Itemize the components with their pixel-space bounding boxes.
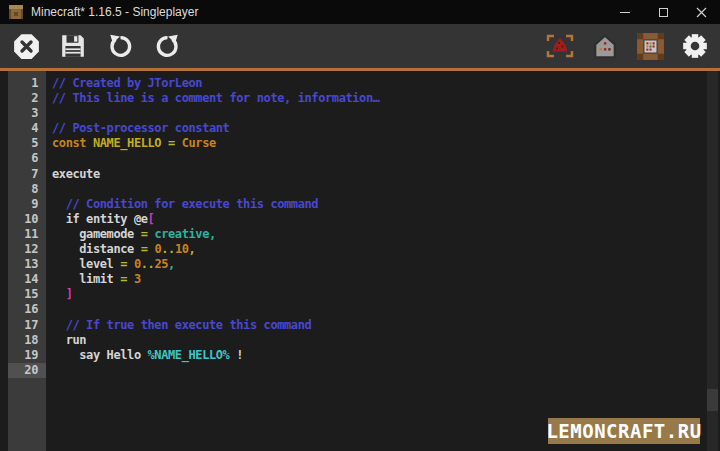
home-icon: [592, 33, 618, 60]
code-token: =: [168, 136, 182, 150]
code-line[interactable]: 6: [8, 151, 706, 166]
code-line-content[interactable]: [46, 363, 706, 378]
code-token: if entity @e: [52, 212, 148, 226]
line-number: 8: [8, 182, 46, 197]
line-number: 18: [8, 333, 46, 348]
code-line-content[interactable]: level = 0..25,: [46, 257, 706, 272]
code-line[interactable]: 3: [8, 106, 706, 121]
code-line[interactable]: 15 ]: [8, 287, 706, 302]
code-line[interactable]: 16: [8, 302, 706, 317]
line-number: 17: [8, 318, 46, 333]
code-token: // If true then execute this command: [52, 318, 311, 332]
code-token: NAME_HELLO: [93, 136, 168, 150]
code-line-content[interactable]: const NAME_HELLO = Curse: [46, 136, 706, 151]
code-line[interactable]: 9 // Condition for execute this command: [8, 197, 706, 212]
line-number: 12: [8, 242, 46, 257]
code-lines: 1// Created by JTorLeon2// This line is …: [8, 76, 706, 378]
save-icon: [60, 33, 86, 59]
code-token: %NAME_HELLO%: [148, 348, 230, 362]
code-token: limit: [52, 272, 120, 286]
window-controls: [606, 0, 720, 24]
minimize-icon: [620, 12, 630, 13]
code-line[interactable]: 14 limit = 3: [8, 272, 706, 287]
window-title: Minecraft* 1.16.5 - Singleplayer: [31, 5, 198, 19]
stop-button[interactable]: [11, 31, 41, 61]
settings-button[interactable]: [680, 31, 710, 61]
code-line-content[interactable]: // Created by JTorLeon: [46, 76, 706, 91]
code-line[interactable]: 19 say Hello %NAME_HELLO% !: [8, 348, 706, 363]
code-token: =: [141, 242, 155, 256]
code-token: 3: [134, 272, 141, 286]
stop-icon: [13, 33, 40, 60]
code-token: !: [229, 348, 243, 362]
line-number: 9: [8, 197, 46, 212]
redstone-capture-icon: [545, 32, 575, 60]
crafting-frame-icon: [636, 32, 665, 61]
code-line[interactable]: 8: [8, 182, 706, 197]
code-line[interactable]: 11 gamemode = creative,: [8, 227, 706, 242]
code-token: distance: [52, 242, 141, 256]
close-button[interactable]: [682, 0, 720, 24]
code-token: // Condition for execute this command: [52, 197, 318, 211]
code-line-content[interactable]: // This line is a comment for note, info…: [46, 91, 706, 106]
code-line-content[interactable]: ]: [46, 287, 706, 302]
code-line[interactable]: 2// This line is a comment for note, inf…: [8, 91, 706, 106]
scrollbar-thumb[interactable]: [707, 389, 718, 411]
code-line-content[interactable]: [46, 106, 706, 121]
code-line-content[interactable]: distance = 0..10,: [46, 242, 706, 257]
code-line-content[interactable]: say Hello %NAME_HELLO% !: [46, 348, 706, 363]
code-line-content[interactable]: run: [46, 333, 706, 348]
line-number: 13: [8, 257, 46, 272]
line-number: 19: [8, 348, 46, 363]
undo-icon: [107, 33, 134, 60]
code-line[interactable]: 18 run: [8, 333, 706, 348]
line-number: 7: [8, 167, 46, 182]
code-line[interactable]: 12 distance = 0..10,: [8, 242, 706, 257]
code-line[interactable]: 5const NAME_HELLO = Curse: [8, 136, 706, 151]
code-line-content[interactable]: if entity @e[: [46, 212, 706, 227]
code-token: 10: [175, 242, 189, 256]
home-button[interactable]: [590, 31, 620, 61]
watermark-badge: LEMONCRAFT.RU: [548, 418, 700, 444]
code-line[interactable]: 4// Post-processor constant: [8, 121, 706, 136]
code-line-content[interactable]: // Post-processor constant: [46, 121, 706, 136]
title-bar: Minecraft* 1.16.5 - Singleplayer: [0, 0, 720, 24]
code-line-content[interactable]: execute: [46, 167, 706, 182]
undo-button[interactable]: [105, 31, 135, 61]
code-line-content[interactable]: limit = 3: [46, 272, 706, 287]
code-line[interactable]: 1// Created by JTorLeon: [8, 76, 706, 91]
line-number: 11: [8, 227, 46, 242]
code-line-content[interactable]: // Condition for execute this command: [46, 197, 706, 212]
code-token: // Created by JTorLeon: [52, 76, 202, 90]
redstone-capture-button[interactable]: [545, 31, 575, 61]
redo-button[interactable]: [152, 31, 182, 61]
code-line-content[interactable]: // If true then execute this command: [46, 318, 706, 333]
code-line[interactable]: 20: [8, 363, 706, 378]
toolbar: [0, 24, 720, 68]
line-number: 4: [8, 121, 46, 136]
vertical-scrollbar[interactable]: [707, 71, 718, 451]
minecraft-block-icon: [9, 5, 23, 19]
crafting-frame-button[interactable]: [635, 31, 665, 61]
code-line-content[interactable]: [46, 182, 706, 197]
code-line[interactable]: 10 if entity @e[: [8, 212, 706, 227]
toolbar-left-group: [11, 31, 182, 61]
minimize-button[interactable]: [606, 0, 644, 24]
code-token: 0: [134, 257, 141, 271]
code-line[interactable]: 13 level = 0..25,: [8, 257, 706, 272]
code-token: Curse: [182, 136, 216, 150]
maximize-button[interactable]: [644, 0, 682, 24]
save-button[interactable]: [58, 31, 88, 61]
line-number: 20: [8, 363, 46, 378]
toolbar-right-group: [545, 31, 710, 61]
code-token: 25: [154, 257, 168, 271]
code-line-content[interactable]: [46, 151, 706, 166]
code-line-content[interactable]: gamemode = creative,: [46, 227, 706, 242]
close-icon: [696, 7, 707, 18]
redo-icon: [154, 33, 181, 60]
code-line[interactable]: 7execute: [8, 167, 706, 182]
code-line[interactable]: 17 // If true then execute this command: [8, 318, 706, 333]
code-token: ..: [161, 242, 175, 256]
code-line-content[interactable]: [46, 302, 706, 317]
code-editor[interactable]: 1// Created by JTorLeon2// This line is …: [0, 71, 720, 451]
